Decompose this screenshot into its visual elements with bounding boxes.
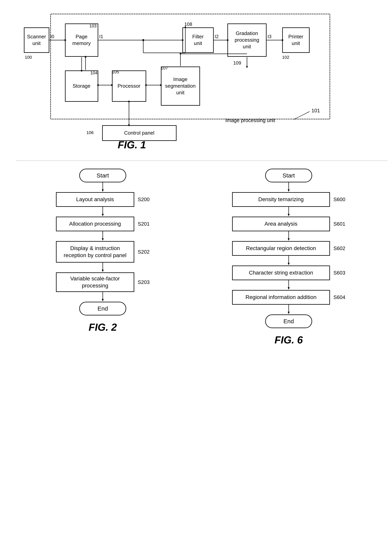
processor-block: Processor <box>112 70 146 102</box>
svg-marker-45 <box>102 270 104 272</box>
fig6-start-row: Start <box>265 169 312 182</box>
svg-marker-51 <box>288 214 290 216</box>
fig2-arrow0 <box>99 182 107 192</box>
fig2-arrow1 <box>99 207 107 217</box>
fig2-s203-label: S203 <box>138 279 150 285</box>
fig6-s604-label: S604 <box>333 294 345 300</box>
svg-marker-55 <box>288 263 290 265</box>
fig2-s202-box: Display & instruction reception by contr… <box>56 241 134 263</box>
control-panel-block: Control panel <box>102 125 177 141</box>
page: Image processing unit 101 Scanner unit 1… <box>0 0 392 534</box>
fig6-s601-box: Area analysis <box>232 217 330 231</box>
fig1-diagram: Image processing unit 101 Scanner unit 1… <box>20 12 372 149</box>
fig2-s200-row: Layout analysis S200 <box>56 192 150 207</box>
fig2-arrow3 <box>99 263 107 272</box>
scanner-block: Scanner unit <box>24 27 49 53</box>
n105-label: 105 <box>112 70 119 74</box>
fig6-flowchart: Start Density ternarizing S600 Area anal… <box>208 169 369 346</box>
svg-marker-47 <box>102 299 104 301</box>
svg-marker-41 <box>102 214 104 216</box>
svg-marker-49 <box>288 189 290 192</box>
svg-marker-59 <box>288 312 290 314</box>
fig2-s202-row: Display & instruction reception by contr… <box>56 241 150 263</box>
fig6-s600-box: Density ternarizing <box>232 192 330 207</box>
fig2-s201-label: S201 <box>138 221 150 227</box>
fig6-s604-box: Regional information addition <box>232 290 330 305</box>
n101-label: 101 <box>312 108 320 114</box>
printer-block: Printer unit <box>282 27 310 53</box>
n107-label: 107 <box>161 65 168 71</box>
fig6-s603-box: Character string extraction <box>232 265 330 280</box>
fig2-s200-box: Layout analysis <box>56 192 134 207</box>
fig6-s601-row: Area analysis S601 <box>232 217 345 231</box>
svg-marker-39 <box>102 189 104 192</box>
fig6-arrow3 <box>285 256 293 265</box>
svg-marker-57 <box>288 287 290 290</box>
fig6-s603-row: Character string extraction S603 <box>232 265 345 280</box>
filter-block: Filter unit <box>182 27 214 53</box>
fig6-s602-box: Rectangular region detection <box>232 241 330 256</box>
fig2-s200-label: S200 <box>138 196 150 203</box>
divider <box>16 160 387 161</box>
gradation-block: Gradation processing unit <box>227 23 266 57</box>
fig2-s201-row: Allocation processing S201 <box>56 217 150 231</box>
fig2-title: FIG. 2 <box>89 321 117 333</box>
fig6-s600-label: S600 <box>333 196 345 203</box>
fig6-s604-row: Regional information addition S604 <box>232 290 345 305</box>
fig2-end: End <box>79 302 126 316</box>
fig6-arrow0 <box>285 182 293 192</box>
svg-marker-43 <box>102 238 104 241</box>
fig2-end-row: End <box>79 302 126 316</box>
fig6-s600-row: Density ternarizing S600 <box>232 192 345 207</box>
fig1-label: FIG. 1 <box>118 139 146 151</box>
fig6-s602-row: Rectangular region detection S602 <box>232 241 345 256</box>
fig2-s201-box: Allocation processing <box>56 217 134 231</box>
fig6-title: FIG. 6 <box>275 334 303 346</box>
fig6-end-row: End <box>265 315 312 328</box>
fig6-end: End <box>265 315 312 328</box>
fig6-arrow4 <box>285 280 293 290</box>
n104-label: 104 <box>90 70 98 75</box>
fig2-flowchart: Start Layout analysis S200 Allocation pr… <box>34 169 171 333</box>
fig6-s603-label: S603 <box>333 270 345 276</box>
fig2-s202-label: S202 <box>138 249 150 255</box>
fig2-arrow2 <box>99 231 107 241</box>
n103-label: 103 <box>89 23 97 28</box>
svg-line-0 <box>294 111 310 119</box>
svg-marker-53 <box>288 238 290 241</box>
n106-label: 106 <box>87 130 94 135</box>
fig6-arrow2 <box>285 231 293 241</box>
n102-label: 102 <box>282 55 289 60</box>
fig2-s203-box: Variable scale-factor processing <box>56 272 134 292</box>
fig2-arrow4 <box>99 292 107 302</box>
n100-label: 100 <box>25 55 32 60</box>
fig6-s601-label: S601 <box>333 221 345 227</box>
fig6-arrow5 <box>285 305 293 315</box>
label-arrow <box>290 110 313 121</box>
fig2-s203-row: Variable scale-factor processing S203 <box>56 272 150 292</box>
fig2-start: Start <box>79 169 126 182</box>
image-processing-label: Image processing unit <box>225 117 275 123</box>
image-seg-block: Image segmentation unit <box>161 66 200 106</box>
fig6-arrow1 <box>285 207 293 217</box>
flowcharts-section: Start Layout analysis S200 Allocation pr… <box>16 169 387 346</box>
fig6-start: Start <box>265 169 312 182</box>
fig6-s602-label: S602 <box>333 245 345 251</box>
